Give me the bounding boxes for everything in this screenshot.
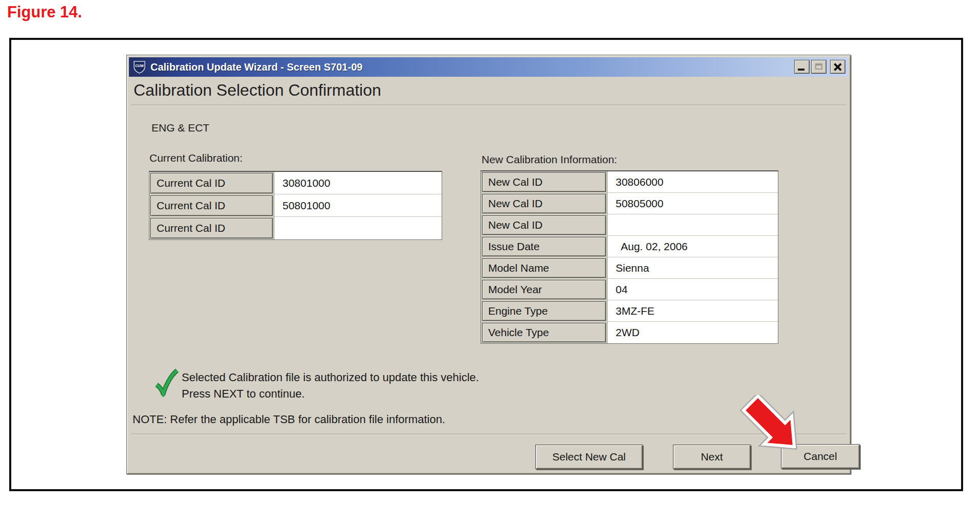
status-line-1: Selected Calibration file is authorized …: [182, 371, 479, 384]
figure-border-box: CUW Calibration Update Wizard - Screen S…: [9, 38, 963, 491]
page-title: Calibration Selection Confirmation: [134, 81, 381, 100]
row-value-cell: 3MZ-FE: [607, 300, 778, 322]
row-label-cell: New Cal ID: [482, 194, 606, 213]
row-label-cell: Current Cal ID: [150, 195, 273, 216]
cuw-shield-icon: CUW: [133, 60, 146, 74]
note-text: NOTE: Refer the applicable TSB for calib…: [133, 413, 445, 426]
row-value-cell: [607, 214, 778, 236]
row-value-cell: [274, 217, 442, 239]
row-value-cell: 04: [607, 279, 778, 300]
red-callout-arrow-icon: [734, 395, 802, 459]
new-calibration-label: New Calibration Information:: [482, 153, 617, 166]
figure-caption: Figure 14.: [7, 3, 82, 21]
row-label-cell: Current Cal ID: [150, 218, 273, 238]
row-value-cell: 2WD: [607, 322, 778, 343]
row-value-cell: 30801000: [274, 172, 442, 194]
current-calibration-table: Current Cal ID 30801000 Current Cal ID 5…: [149, 171, 442, 240]
row-value-cell: 30806000: [607, 171, 778, 193]
heading-divider: [131, 105, 846, 106]
row-value-cell: Sienna: [607, 257, 778, 279]
new-calibration-table: New Cal ID 30806000 New Cal ID 50805000 …: [481, 170, 778, 344]
row-label-cell: Current Cal ID: [150, 173, 273, 193]
window-controls: [794, 60, 845, 74]
row-label-cell: Issue Date: [482, 237, 606, 256]
row-label-cell: Engine Type: [482, 301, 606, 321]
maximize-icon: [815, 63, 822, 70]
row-value-cell: 50805000: [607, 193, 778, 214]
close-button[interactable]: [830, 60, 845, 74]
row-value-cell: Aug. 02, 2006: [607, 236, 778, 257]
row-value-cell: 50801000: [274, 194, 442, 217]
maximize-button[interactable]: [811, 60, 826, 74]
system-label: ENG & ECT: [151, 122, 209, 134]
minimize-icon: [798, 69, 804, 71]
title-bar[interactable]: CUW Calibration Update Wizard - Screen S…: [129, 57, 848, 77]
row-label-cell: Model Name: [482, 258, 606, 278]
window-title: Calibration Update Wizard - Screen S701-…: [150, 61, 362, 73]
calibration-update-wizard-dialog: CUW Calibration Update Wizard - Screen S…: [126, 55, 851, 474]
minimize-button[interactable]: [794, 60, 810, 74]
row-label-cell: Model Year: [482, 280, 606, 299]
select-new-cal-button[interactable]: Select New Cal: [535, 445, 643, 469]
row-label-cell: New Cal ID: [482, 172, 606, 192]
row-label-cell: Vehicle Type: [482, 323, 606, 342]
close-icon: [831, 60, 845, 73]
status-line-2: Press NEXT to continue.: [182, 387, 305, 401]
green-checkmark-icon: [155, 368, 179, 399]
svg-text:CUW: CUW: [135, 64, 144, 68]
current-calibration-label: Current Calibration:: [149, 152, 243, 164]
figure-page: Figure 14. CUW Calibration Update Wizard…: [0, 0, 980, 505]
row-label-cell: New Cal ID: [482, 215, 606, 235]
